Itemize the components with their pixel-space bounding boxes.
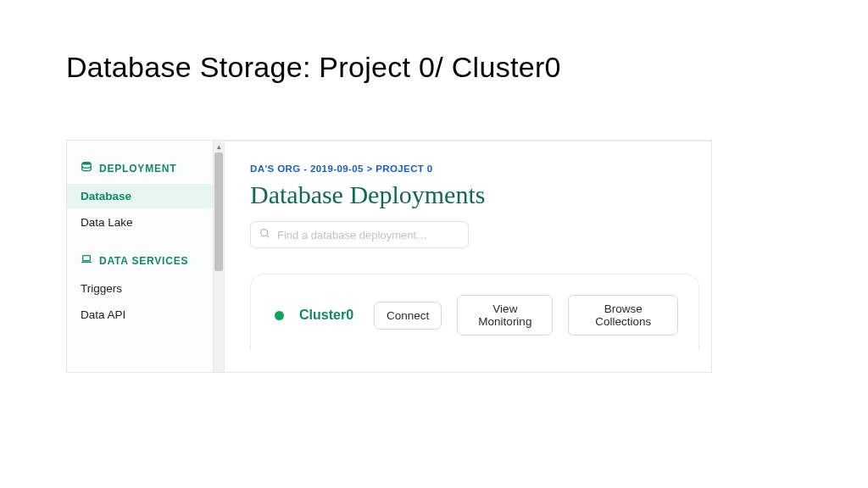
slide-title: Database Storage: Project 0/ Cluster0 bbox=[0, 0, 868, 84]
view-monitoring-button[interactable]: View Monitoring bbox=[457, 295, 553, 336]
search-input[interactable] bbox=[277, 229, 459, 241]
app-window: DEPLOYMENT Database Data Lake DATA SERVI… bbox=[66, 140, 712, 373]
status-dot-icon bbox=[275, 311, 284, 320]
page-title: Database Deployments bbox=[250, 180, 711, 209]
connect-button[interactable]: Connect bbox=[374, 302, 442, 330]
svg-rect-1 bbox=[83, 256, 91, 261]
breadcrumb[interactable]: DA'S ORG - 2019-09-05 > PROJECT 0 bbox=[250, 164, 711, 174]
browse-collections-button[interactable]: Browse Collections bbox=[568, 295, 678, 336]
sidebar-section-deployment: DEPLOYMENT bbox=[79, 161, 213, 175]
svg-point-0 bbox=[82, 162, 92, 165]
svg-point-2 bbox=[261, 230, 268, 236]
scroll-up-icon[interactable]: ▴ bbox=[214, 141, 224, 152]
sidebar-item-database[interactable]: Database bbox=[67, 184, 213, 208]
search-field[interactable] bbox=[250, 221, 469, 248]
cluster-name[interactable]: Cluster0 bbox=[299, 308, 353, 323]
sidebar-item-data-api[interactable]: Data API bbox=[79, 302, 213, 327]
sidebar-section-label: DEPLOYMENT bbox=[99, 163, 176, 175]
sidebar: DEPLOYMENT Database Data Lake DATA SERVI… bbox=[67, 141, 213, 372]
search-icon bbox=[259, 227, 270, 242]
sidebar-section-data-services: DATA SERVICES bbox=[79, 253, 213, 268]
laptop-icon bbox=[81, 253, 92, 268]
sidebar-section-label: DATA SERVICES bbox=[99, 255, 188, 267]
scrollbar[interactable]: ▴ bbox=[213, 141, 225, 372]
database-stack-icon bbox=[81, 161, 92, 175]
main-content: DA'S ORG - 2019-09-05 > PROJECT 0 Databa… bbox=[225, 141, 711, 372]
sidebar-item-triggers[interactable]: Triggers bbox=[79, 276, 213, 301]
cluster-card: Cluster0 Connect View Monitoring Browse … bbox=[250, 274, 699, 351]
scrollbar-thumb[interactable] bbox=[214, 152, 223, 271]
sidebar-item-data-lake[interactable]: Data Lake bbox=[79, 210, 213, 235]
